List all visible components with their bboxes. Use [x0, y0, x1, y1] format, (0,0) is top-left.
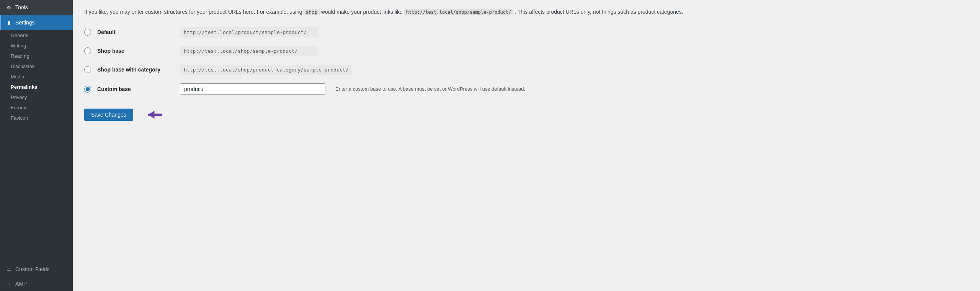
option-custom-base: Custom base Enter a custom base to use. … [84, 83, 969, 95]
label-shop-base[interactable]: Shop base [97, 48, 174, 54]
sidebar-subitem-privacy[interactable]: Privacy [0, 92, 73, 102]
url-shop-base: http://test.local/shop/sample-product/ [180, 46, 318, 56]
sidebar-subitem-forums[interactable]: Forums [0, 102, 73, 113]
url-default: http://test.local/product/sample-product… [180, 27, 318, 37]
permalink-options: Default http://test.local/product/sample… [84, 27, 969, 95]
sidebar-subitem-writing[interactable]: Writing [0, 41, 73, 51]
sidebar: ⚙ Tools ▮ Settings General Writing Readi… [0, 0, 73, 291]
sidebar-subitem-favicon[interactable]: Favicon [0, 113, 73, 123]
url-shop-base-category: http://test.local/shop/product-category/… [180, 65, 352, 75]
custom-base-hint: Enter a custom base to use. A base must … [335, 86, 525, 92]
radio-default[interactable] [84, 29, 91, 36]
label-default[interactable]: Default [97, 29, 174, 35]
main-content: If you like, you may enter custom struct… [73, 0, 980, 291]
description-code: shop [304, 9, 319, 15]
sidebar-subitem-general[interactable]: General [0, 30, 73, 41]
radio-custom-base[interactable] [84, 86, 91, 93]
description-text-before: If you like, you may enter custom struct… [84, 9, 302, 15]
description-paragraph: If you like, you may enter custom struct… [84, 8, 969, 16]
description-url: http://test.local/shop/sample-product/ [404, 9, 513, 15]
sidebar-settings-label: Settings [15, 19, 35, 27]
option-default: Default http://test.local/product/sample… [84, 27, 969, 37]
sidebar-tools-label: Tools [15, 4, 28, 11]
arrow-indicator [142, 109, 165, 120]
sidebar-amp-label: AMP [15, 281, 27, 287]
option-shop-base: Shop base http://test.local/shop/sample-… [84, 46, 969, 56]
option-shop-base-category: Shop base with category http://test.loca… [84, 65, 969, 75]
tools-icon: ⚙ [5, 4, 12, 11]
sidebar-subitem-discussion[interactable]: Discussion [0, 61, 73, 72]
save-area: Save Changes [84, 109, 969, 121]
custom-base-input[interactable] [180, 83, 325, 95]
radio-shop-base-category[interactable] [84, 66, 91, 73]
settings-icon: ▮ [5, 19, 12, 26]
sidebar-subitem-media[interactable]: Media [0, 72, 73, 82]
custom-fields-icon: ▭ [5, 266, 12, 273]
description-text-end: . This affects product URLs only, not th… [514, 9, 683, 15]
svg-marker-1 [148, 111, 155, 119]
save-button[interactable]: Save Changes [84, 109, 133, 121]
arrow-svg [142, 109, 165, 120]
amp-icon: ○ [5, 280, 12, 287]
label-custom-base[interactable]: Custom base [97, 86, 174, 92]
sidebar-divider [0, 125, 73, 125]
sidebar-item-custom-fields[interactable]: ▭ Custom Fields [0, 262, 73, 276]
sidebar-item-amp[interactable]: ○ AMP [0, 276, 73, 291]
sidebar-custom-fields-label: Custom Fields [15, 266, 49, 272]
description-text-mid: would make your product links like [321, 9, 403, 15]
sidebar-subitem-reading[interactable]: Reading [0, 51, 73, 61]
settings-subnav: General Writing Reading Discussion Media… [0, 30, 73, 123]
radio-shop-base[interactable] [84, 47, 91, 54]
label-shop-base-category[interactable]: Shop base with category [97, 67, 174, 73]
sidebar-item-tools[interactable]: ⚙ Tools [0, 0, 73, 15]
sidebar-subitem-permalinks[interactable]: Permalinks [0, 82, 73, 92]
sidebar-item-settings[interactable]: ▮ Settings [0, 15, 73, 31]
